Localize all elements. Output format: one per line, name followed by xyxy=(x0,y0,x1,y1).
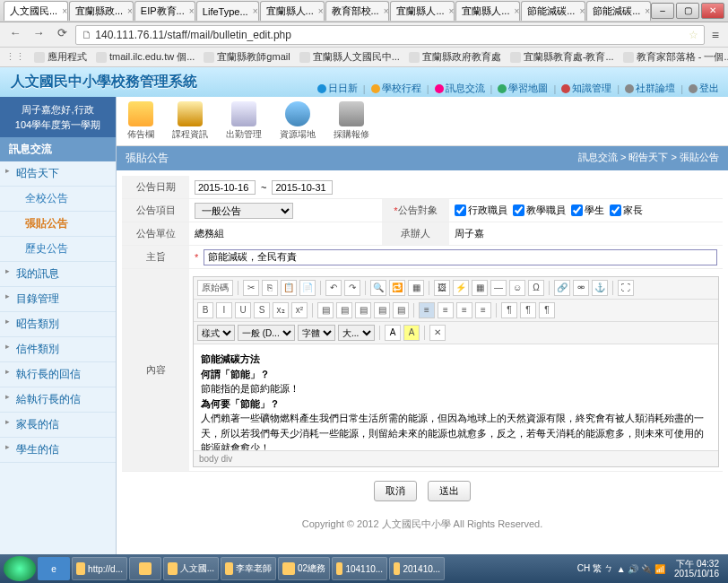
sidebar-item[interactable]: 全校公告 xyxy=(0,187,116,212)
toolbar-item[interactable]: 佈告欄 xyxy=(127,101,154,141)
sidebar-item[interactable]: 歷史公告 xyxy=(0,237,116,262)
browser-tab[interactable]: 節能減碳...× xyxy=(521,1,585,21)
align-left-icon[interactable]: ≡ xyxy=(419,302,435,318)
bookmark-item[interactable]: 宜蘭縣教育處-教育... xyxy=(510,50,614,64)
tray-icons[interactable]: ▲ 🔊 🔌 📶 xyxy=(617,564,665,574)
align-right-icon[interactable]: ≡ xyxy=(456,302,472,318)
smiley-icon[interactable]: ☺ xyxy=(509,280,525,296)
tab-close-icon[interactable]: × xyxy=(579,6,585,16)
ltr-icon[interactable]: ¶ xyxy=(501,302,517,318)
browser-tab[interactable]: 宜蘭縣人...× xyxy=(390,1,455,21)
quote-icon[interactable]: ▤ xyxy=(393,302,409,318)
sidebar-item[interactable]: 昭告類別 xyxy=(0,312,116,337)
editor-dropdown[interactable]: 一般 (D... xyxy=(238,325,295,341)
bookmark-item[interactable]: 應用程式 xyxy=(34,50,87,64)
undo-icon[interactable]: ↶ xyxy=(325,280,342,296)
toolbar-item[interactable]: 資源場地 xyxy=(280,101,316,141)
taskbar-item[interactable] xyxy=(129,557,161,580)
sidebar-item[interactable]: 執行長的回信 xyxy=(0,362,116,387)
bgcolor-icon[interactable]: A xyxy=(403,325,420,341)
browser-tab[interactable]: 人文國民...× xyxy=(4,1,68,21)
bookmark-item[interactable]: 宜蘭縣人文國民中... xyxy=(299,50,400,64)
cut-icon[interactable]: ✂ xyxy=(243,280,259,296)
start-button[interactable] xyxy=(4,556,36,581)
bookmark-item[interactable]: 宜蘭縣政府教育處 xyxy=(409,50,501,64)
textcolor-icon[interactable]: A xyxy=(385,325,401,341)
copy-icon[interactable]: ⎘ xyxy=(262,280,278,296)
topnav-link[interactable]: 學校行程 xyxy=(371,82,421,95)
find-icon[interactable]: 🔍 xyxy=(370,280,386,296)
taskbar-ie-icon[interactable]: e xyxy=(38,557,70,580)
anchor-icon[interactable]: ⚓ xyxy=(592,280,608,296)
browser-tab[interactable]: 宜蘭縣人...× xyxy=(260,1,325,21)
sidebar-item[interactable]: 目錄管理 xyxy=(0,287,116,312)
redo-icon[interactable]: ↷ xyxy=(344,280,360,296)
sidebar-item[interactable]: 張貼公告 xyxy=(0,212,116,237)
bookmark-item[interactable]: 教育家部落格 - 一個... xyxy=(623,50,728,64)
align-justify-icon[interactable]: ≡ xyxy=(475,302,491,318)
flash-icon[interactable]: ⚡ xyxy=(453,280,469,296)
target-checkbox[interactable]: 學生 xyxy=(571,204,604,217)
sidebar-item[interactable]: 昭告天下 xyxy=(0,161,116,187)
browser-tab[interactable]: EIP教育...× xyxy=(134,1,195,21)
selectall-icon[interactable]: ▦ xyxy=(408,280,424,296)
sidebar-item[interactable]: 給執行長的信 xyxy=(0,387,116,413)
url-input[interactable]: 🗋 140.111.76.11/staff/mail/bulletin_edit… xyxy=(75,25,705,45)
target-checkbox[interactable]: 行政職員 xyxy=(455,204,507,217)
date-from-input[interactable] xyxy=(195,180,256,195)
editor-dropdown[interactable]: 字體 xyxy=(298,325,335,341)
paste-icon[interactable]: 📋 xyxy=(281,280,297,296)
taskbar-item[interactable]: 201410... xyxy=(389,557,445,580)
topnav-link[interactable]: 登出 xyxy=(689,82,719,95)
tab-close-icon[interactable]: × xyxy=(253,6,258,16)
editor-format-button[interactable]: x₂ xyxy=(273,302,289,318)
editor-format-button[interactable]: S xyxy=(254,302,270,318)
browser-tab[interactable]: 節能減碳...× xyxy=(586,1,651,21)
editor-format-button[interactable]: I xyxy=(216,302,232,318)
outdent-icon[interactable]: ▤ xyxy=(355,302,371,318)
link-icon[interactable]: 🔗 xyxy=(554,280,570,296)
align-center-icon[interactable]: ≡ xyxy=(438,302,454,318)
image-icon[interactable]: 🖼 xyxy=(434,280,450,296)
submit-button[interactable]: 送出 xyxy=(428,481,471,501)
nav-forward-icon[interactable]: → xyxy=(29,26,48,44)
bookmark-item[interactable]: tmail.ilc.edu.tw 個... xyxy=(96,50,195,64)
topnav-link[interactable]: 社群論壇 xyxy=(625,82,675,95)
editor-dropdown[interactable]: 樣式 xyxy=(197,325,235,341)
browser-menu-icon[interactable]: ≡ xyxy=(708,28,723,42)
taskbar-item[interactable]: 02總務 xyxy=(278,557,330,580)
editor-format-button[interactable]: U xyxy=(235,302,251,318)
tab-close-icon[interactable]: × xyxy=(318,6,324,16)
tray-clock[interactable]: 下午 04:32 2015/10/16 xyxy=(669,559,724,579)
taskbar-item[interactable]: 104110... xyxy=(332,557,387,580)
target-checkbox[interactable]: 教學職員 xyxy=(513,204,566,217)
editor-source-button[interactable]: 原始碼 xyxy=(197,280,233,296)
list-ol-icon[interactable]: ▤ xyxy=(317,302,334,318)
item-select[interactable]: 一般公告 xyxy=(195,203,293,219)
paste-text-icon[interactable]: 📄 xyxy=(299,280,316,296)
window-minimize[interactable]: – xyxy=(651,3,674,19)
tab-close-icon[interactable]: × xyxy=(189,6,195,16)
topnav-link[interactable]: 日日新 xyxy=(317,82,358,95)
bookmark-star-icon[interactable]: ☆ xyxy=(689,29,698,41)
topnav-link[interactable]: 知識管理 xyxy=(561,82,611,95)
editor-format-button[interactable]: x² xyxy=(291,302,308,318)
editor-dropdown[interactable]: 大... xyxy=(338,325,375,341)
topnav-link[interactable]: 訊息交流 xyxy=(435,82,485,95)
lang-icon[interactable]: ¶ xyxy=(539,302,555,318)
subject-input[interactable] xyxy=(204,249,717,265)
hr-icon[interactable]: — xyxy=(490,280,507,296)
taskbar-item[interactable]: 人文國... xyxy=(163,557,219,580)
topnav-link[interactable]: 學習地圖 xyxy=(498,82,548,95)
taskbar-item[interactable]: 李幸老師 xyxy=(221,557,276,580)
sidebar-item[interactable]: 信件類別 xyxy=(0,337,116,362)
ime-indicator[interactable]: CH 繁 ㄅ xyxy=(577,562,613,575)
tab-close-icon[interactable]: × xyxy=(449,6,455,16)
date-to-input[interactable] xyxy=(272,180,333,195)
editor-body[interactable]: 節能減碳方法 何謂「節能」？ 節能指的是節約能源！ 為何要「節能」？ 人們賴著一… xyxy=(194,344,718,450)
bookmark-item[interactable]: 宜蘭縣教師gmail xyxy=(204,50,290,64)
toolbar-item[interactable]: 課程資訊 xyxy=(172,101,208,141)
window-maximize[interactable]: ▢ xyxy=(676,3,699,19)
rtl-icon[interactable]: ¶ xyxy=(520,302,536,318)
target-checkbox[interactable]: 家長 xyxy=(610,204,643,217)
